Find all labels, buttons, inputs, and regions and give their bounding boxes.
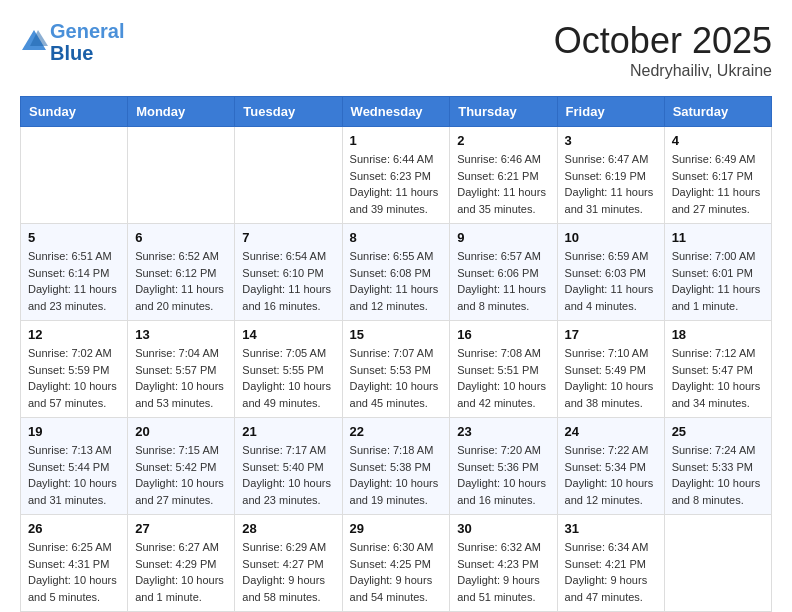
- calendar-cell: 25Sunrise: 7:24 AM Sunset: 5:33 PM Dayli…: [664, 418, 771, 515]
- day-info: Sunrise: 6:54 AM Sunset: 6:10 PM Dayligh…: [242, 248, 334, 314]
- day-number: 17: [565, 327, 657, 342]
- day-info: Sunrise: 7:04 AM Sunset: 5:57 PM Dayligh…: [135, 345, 227, 411]
- day-info: Sunrise: 7:07 AM Sunset: 5:53 PM Dayligh…: [350, 345, 443, 411]
- day-number: 29: [350, 521, 443, 536]
- calendar-cell: 24Sunrise: 7:22 AM Sunset: 5:34 PM Dayli…: [557, 418, 664, 515]
- calendar-cell: 22Sunrise: 7:18 AM Sunset: 5:38 PM Dayli…: [342, 418, 450, 515]
- day-info: Sunrise: 7:17 AM Sunset: 5:40 PM Dayligh…: [242, 442, 334, 508]
- day-number: 18: [672, 327, 764, 342]
- calendar-cell: 31Sunrise: 6:34 AM Sunset: 4:21 PM Dayli…: [557, 515, 664, 612]
- calendar-cell: 1Sunrise: 6:44 AM Sunset: 6:23 PM Daylig…: [342, 127, 450, 224]
- calendar-cell: 4Sunrise: 6:49 AM Sunset: 6:17 PM Daylig…: [664, 127, 771, 224]
- calendar-cell: 9Sunrise: 6:57 AM Sunset: 6:06 PM Daylig…: [450, 224, 557, 321]
- day-number: 27: [135, 521, 227, 536]
- day-info: Sunrise: 6:27 AM Sunset: 4:29 PM Dayligh…: [135, 539, 227, 605]
- day-number: 23: [457, 424, 549, 439]
- weekday-header-tuesday: Tuesday: [235, 97, 342, 127]
- day-number: 6: [135, 230, 227, 245]
- calendar-week-3: 12Sunrise: 7:02 AM Sunset: 5:59 PM Dayli…: [21, 321, 772, 418]
- day-info: Sunrise: 7:08 AM Sunset: 5:51 PM Dayligh…: [457, 345, 549, 411]
- day-number: 22: [350, 424, 443, 439]
- day-info: Sunrise: 7:13 AM Sunset: 5:44 PM Dayligh…: [28, 442, 120, 508]
- calendar-week-4: 19Sunrise: 7:13 AM Sunset: 5:44 PM Dayli…: [21, 418, 772, 515]
- calendar-cell: 7Sunrise: 6:54 AM Sunset: 6:10 PM Daylig…: [235, 224, 342, 321]
- day-number: 1: [350, 133, 443, 148]
- calendar-week-1: 1Sunrise: 6:44 AM Sunset: 6:23 PM Daylig…: [21, 127, 772, 224]
- day-number: 24: [565, 424, 657, 439]
- day-info: Sunrise: 7:00 AM Sunset: 6:01 PM Dayligh…: [672, 248, 764, 314]
- day-info: Sunrise: 7:24 AM Sunset: 5:33 PM Dayligh…: [672, 442, 764, 508]
- day-number: 12: [28, 327, 120, 342]
- day-info: Sunrise: 6:49 AM Sunset: 6:17 PM Dayligh…: [672, 151, 764, 217]
- weekday-header-saturday: Saturday: [664, 97, 771, 127]
- calendar-cell: 6Sunrise: 6:52 AM Sunset: 6:12 PM Daylig…: [128, 224, 235, 321]
- weekday-header-thursday: Thursday: [450, 97, 557, 127]
- day-info: Sunrise: 7:22 AM Sunset: 5:34 PM Dayligh…: [565, 442, 657, 508]
- calendar-cell: 23Sunrise: 7:20 AM Sunset: 5:36 PM Dayli…: [450, 418, 557, 515]
- day-info: Sunrise: 6:30 AM Sunset: 4:25 PM Dayligh…: [350, 539, 443, 605]
- weekday-header-sunday: Sunday: [21, 97, 128, 127]
- logo-text-general: General: [50, 20, 124, 42]
- day-number: 11: [672, 230, 764, 245]
- calendar-cell: [664, 515, 771, 612]
- month-title: October 2025: [554, 20, 772, 62]
- calendar-week-5: 26Sunrise: 6:25 AM Sunset: 4:31 PM Dayli…: [21, 515, 772, 612]
- day-info: Sunrise: 7:05 AM Sunset: 5:55 PM Dayligh…: [242, 345, 334, 411]
- day-number: 7: [242, 230, 334, 245]
- day-info: Sunrise: 7:15 AM Sunset: 5:42 PM Dayligh…: [135, 442, 227, 508]
- weekday-header-monday: Monday: [128, 97, 235, 127]
- calendar-cell: 19Sunrise: 7:13 AM Sunset: 5:44 PM Dayli…: [21, 418, 128, 515]
- day-number: 13: [135, 327, 227, 342]
- day-number: 26: [28, 521, 120, 536]
- day-info: Sunrise: 6:57 AM Sunset: 6:06 PM Dayligh…: [457, 248, 549, 314]
- day-info: Sunrise: 6:46 AM Sunset: 6:21 PM Dayligh…: [457, 151, 549, 217]
- logo-text-blue: Blue: [50, 42, 124, 64]
- day-info: Sunrise: 6:44 AM Sunset: 6:23 PM Dayligh…: [350, 151, 443, 217]
- day-number: 9: [457, 230, 549, 245]
- day-info: Sunrise: 6:25 AM Sunset: 4:31 PM Dayligh…: [28, 539, 120, 605]
- day-number: 30: [457, 521, 549, 536]
- day-info: Sunrise: 6:55 AM Sunset: 6:08 PM Dayligh…: [350, 248, 443, 314]
- day-number: 25: [672, 424, 764, 439]
- day-number: 20: [135, 424, 227, 439]
- calendar-cell: 14Sunrise: 7:05 AM Sunset: 5:55 PM Dayli…: [235, 321, 342, 418]
- day-number: 2: [457, 133, 549, 148]
- day-number: 16: [457, 327, 549, 342]
- calendar-cell: 30Sunrise: 6:32 AM Sunset: 4:23 PM Dayli…: [450, 515, 557, 612]
- calendar-cell: 21Sunrise: 7:17 AM Sunset: 5:40 PM Dayli…: [235, 418, 342, 515]
- day-info: Sunrise: 7:18 AM Sunset: 5:38 PM Dayligh…: [350, 442, 443, 508]
- location: Nedryhailiv, Ukraine: [554, 62, 772, 80]
- day-info: Sunrise: 6:32 AM Sunset: 4:23 PM Dayligh…: [457, 539, 549, 605]
- day-number: 3: [565, 133, 657, 148]
- calendar-cell: 20Sunrise: 7:15 AM Sunset: 5:42 PM Dayli…: [128, 418, 235, 515]
- calendar-cell: 17Sunrise: 7:10 AM Sunset: 5:49 PM Dayli…: [557, 321, 664, 418]
- calendar-cell: [128, 127, 235, 224]
- day-number: 5: [28, 230, 120, 245]
- weekday-header-row: SundayMondayTuesdayWednesdayThursdayFrid…: [21, 97, 772, 127]
- day-number: 10: [565, 230, 657, 245]
- logo-icon: [20, 28, 48, 56]
- day-info: Sunrise: 6:59 AM Sunset: 6:03 PM Dayligh…: [565, 248, 657, 314]
- calendar-cell: 28Sunrise: 6:29 AM Sunset: 4:27 PM Dayli…: [235, 515, 342, 612]
- day-number: 19: [28, 424, 120, 439]
- day-number: 31: [565, 521, 657, 536]
- calendar-week-2: 5Sunrise: 6:51 AM Sunset: 6:14 PM Daylig…: [21, 224, 772, 321]
- calendar-cell: 13Sunrise: 7:04 AM Sunset: 5:57 PM Dayli…: [128, 321, 235, 418]
- calendar-cell: 18Sunrise: 7:12 AM Sunset: 5:47 PM Dayli…: [664, 321, 771, 418]
- day-number: 15: [350, 327, 443, 342]
- calendar-cell: [235, 127, 342, 224]
- day-info: Sunrise: 6:34 AM Sunset: 4:21 PM Dayligh…: [565, 539, 657, 605]
- day-number: 21: [242, 424, 334, 439]
- day-info: Sunrise: 6:52 AM Sunset: 6:12 PM Dayligh…: [135, 248, 227, 314]
- day-info: Sunrise: 7:10 AM Sunset: 5:49 PM Dayligh…: [565, 345, 657, 411]
- calendar-cell: 11Sunrise: 7:00 AM Sunset: 6:01 PM Dayli…: [664, 224, 771, 321]
- day-info: Sunrise: 7:20 AM Sunset: 5:36 PM Dayligh…: [457, 442, 549, 508]
- day-info: Sunrise: 6:51 AM Sunset: 6:14 PM Dayligh…: [28, 248, 120, 314]
- day-info: Sunrise: 7:12 AM Sunset: 5:47 PM Dayligh…: [672, 345, 764, 411]
- day-number: 4: [672, 133, 764, 148]
- calendar-cell: 26Sunrise: 6:25 AM Sunset: 4:31 PM Dayli…: [21, 515, 128, 612]
- calendar-cell: 15Sunrise: 7:07 AM Sunset: 5:53 PM Dayli…: [342, 321, 450, 418]
- calendar-cell: 27Sunrise: 6:27 AM Sunset: 4:29 PM Dayli…: [128, 515, 235, 612]
- weekday-header-friday: Friday: [557, 97, 664, 127]
- day-number: 14: [242, 327, 334, 342]
